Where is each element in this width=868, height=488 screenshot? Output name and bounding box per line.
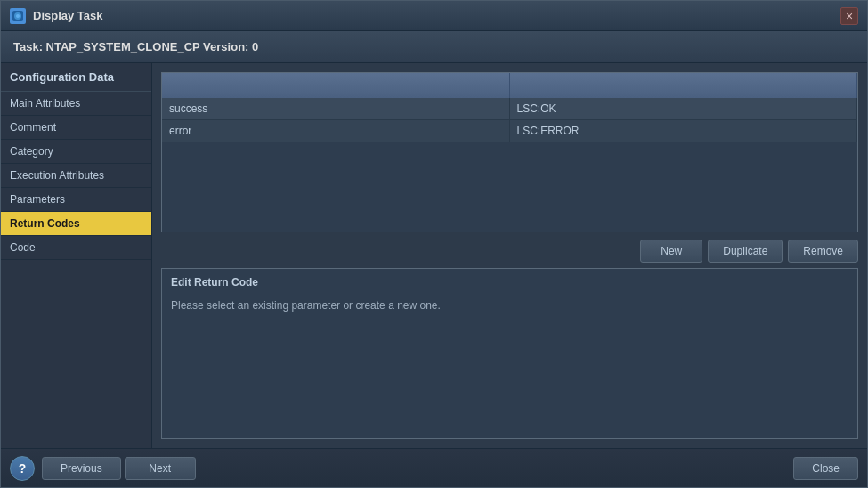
task-title: Task: NTAP_SYSTEM_CLONE_CP Version: 0 [13, 40, 258, 53]
sidebar-item-category[interactable]: Category [1, 140, 151, 164]
table-cell-success-name: success [162, 98, 510, 119]
new-button[interactable]: New [640, 240, 702, 263]
next-button[interactable]: Next [125, 457, 196, 480]
close-icon[interactable]: × [840, 7, 858, 25]
table-cell-success-value: LSC:OK [510, 98, 858, 119]
footer-left: ? Previous Next [10, 456, 196, 481]
previous-button[interactable]: Previous [42, 457, 121, 480]
table-header-col2 [510, 73, 858, 98]
sidebar-item-execution-attributes[interactable]: Execution Attributes [1, 164, 151, 188]
title-bar-left: Display Task [10, 8, 103, 24]
table-cell-error-value: LSC:ERROR [510, 120, 858, 142]
table-row[interactable]: error LSC:ERROR [162, 120, 857, 142]
table-header-col1 [162, 73, 510, 98]
title-bar: Display Task × [1, 1, 867, 31]
dialog-window: Display Task × Task: NTAP_SYSTEM_CLONE_C… [0, 0, 868, 488]
dialog-title: Display Task [33, 9, 103, 22]
close-button[interactable]: Close [793, 457, 858, 480]
table-row[interactable]: success LSC:OK [162, 98, 857, 120]
table-cell-error-name: error [162, 120, 510, 142]
sidebar-item-comment[interactable]: Comment [1, 116, 151, 140]
content-panel: success LSC:OK error LSC:ERROR New Dupli… [152, 63, 867, 448]
table-body: success LSC:OK error LSC:ERROR [162, 98, 857, 232]
help-button[interactable]: ? [10, 456, 35, 481]
svg-point-2 [16, 14, 20, 18]
task-header: Task: NTAP_SYSTEM_CLONE_CP Version: 0 [1, 31, 867, 63]
sidebar-item-return-codes[interactable]: Return Codes [1, 212, 151, 236]
edit-section-title: Edit Return Code [171, 276, 848, 292]
edit-section-message: Please select an existing parameter or c… [171, 299, 848, 312]
table-header [162, 73, 857, 98]
dialog-icon [10, 8, 26, 24]
sidebar: Configuration Data Main Attributes Comme… [1, 63, 152, 448]
table-empty-area [162, 142, 857, 232]
sidebar-item-parameters[interactable]: Parameters [1, 188, 151, 212]
duplicate-button[interactable]: Duplicate [708, 240, 783, 263]
footer-nav: Previous Next [42, 457, 196, 480]
return-codes-table: success LSC:OK error LSC:ERROR [161, 72, 858, 232]
edit-return-code-section: Edit Return Code Please select an existi… [161, 268, 858, 439]
action-buttons: New Duplicate Remove [161, 232, 858, 268]
sidebar-item-code[interactable]: Code [1, 236, 151, 260]
remove-button[interactable]: Remove [788, 240, 858, 263]
sidebar-item-main-attributes[interactable]: Main Attributes [1, 92, 151, 116]
sidebar-heading: Configuration Data [1, 63, 151, 92]
main-content: Configuration Data Main Attributes Comme… [1, 63, 867, 448]
footer: ? Previous Next Close [1, 448, 867, 487]
